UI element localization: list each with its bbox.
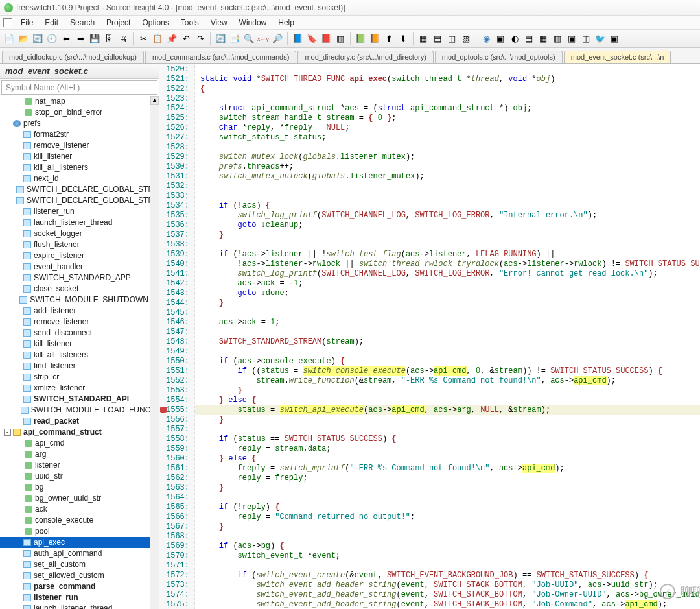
symbol-list[interactable]: nat_mapstop_on_bind_errorprefsformat2str…	[0, 96, 159, 609]
symbol-item[interactable]: bg_owner_uuid_str	[0, 493, 159, 504]
findnext-icon[interactable]: 🔎	[271, 32, 284, 45]
history-icon[interactable]: 🕘	[45, 32, 58, 45]
code-line[interactable]	[200, 182, 700, 191]
symbol-item[interactable]: kill_listener	[0, 151, 159, 162]
back-icon[interactable]: ⬅	[60, 32, 73, 45]
panel7-icon[interactable]: ▣	[565, 32, 578, 45]
menu-file[interactable]: File	[15, 17, 39, 29]
symbol-item[interactable]: read_packet	[0, 416, 159, 427]
saveall-icon[interactable]: 🗄	[102, 32, 115, 45]
symbol-item[interactable]: listener	[0, 460, 159, 471]
panel6-icon[interactable]: ▥	[551, 32, 564, 45]
code-line[interactable]	[200, 493, 700, 503]
code-area[interactable]: static void *SWITCH_THREAD_FUNC api_exec…	[195, 64, 700, 609]
symbol-search-input[interactable]: Symbol Name (Alt+L)	[1, 80, 158, 95]
reload-icon[interactable]: 🔄	[31, 32, 44, 45]
new-icon[interactable]: 📄	[3, 32, 16, 45]
expand-icon[interactable]: -	[4, 429, 11, 436]
code-line[interactable]	[200, 191, 700, 201]
code-line[interactable]: reply = "Command returned no output!";	[200, 512, 700, 522]
code-line[interactable]: status = switch_api_execute(acs->api_cmd…	[195, 405, 700, 415]
symbol-item[interactable]: SWITCH_STANDARD_APP	[0, 272, 159, 283]
code-line[interactable]: prefs.threads++;	[200, 162, 700, 172]
code-line[interactable]	[200, 561, 700, 571]
relation-icon[interactable]: 📙	[368, 32, 381, 45]
browse-icon[interactable]: 📘	[291, 32, 304, 45]
symbol-item[interactable]: bg	[0, 482, 159, 493]
panel5-icon[interactable]: ▦	[537, 32, 550, 45]
symbol-item[interactable]: kill_all_listeners	[0, 350, 159, 361]
symbol-item[interactable]: strip_cr	[0, 372, 159, 383]
file-tab[interactable]: mod_event_socket.c (src\...\n	[564, 51, 671, 63]
code-line[interactable]: }	[200, 230, 700, 240]
panel8-icon[interactable]: ◫	[579, 32, 592, 45]
code-line[interactable]: switch_event_add_header_string(event, SW…	[200, 590, 700, 600]
code-line[interactable]: static void *SWITCH_THREAD_FUNC api_exec…	[200, 75, 700, 84]
undo-icon[interactable]: ↶	[180, 32, 192, 45]
menu-options[interactable]: Options	[136, 17, 174, 29]
menubar[interactable]: FileEditSearchProjectOptionsToolsViewWin…	[0, 16, 700, 30]
symbol-item[interactable]: close_socket	[0, 283, 159, 294]
symbol-item[interactable]: uuid_str	[0, 471, 159, 482]
symbol-item[interactable]: expire_listener	[0, 250, 159, 261]
code-line[interactable]: switch_event_add_header_string(event, SW…	[200, 580, 700, 590]
code-line[interactable]	[200, 328, 700, 337]
file-tab[interactable]: mod_dptools.c (src\...\mod_dptools)	[435, 51, 563, 63]
code-line[interactable]	[200, 532, 700, 542]
save-icon[interactable]: 💾	[88, 32, 101, 45]
symbol-item[interactable]: remove_listener	[0, 140, 159, 151]
menu-window[interactable]: Window	[233, 17, 273, 29]
bookmark2-icon[interactable]: 📕	[320, 32, 332, 45]
code-line[interactable]: goto ↓done;	[200, 289, 700, 298]
symbol-item[interactable]: prefs	[0, 118, 159, 129]
panel3-icon[interactable]: ◐	[508, 32, 521, 45]
replace-icon[interactable]: x←y	[257, 32, 270, 45]
symbol-item[interactable]: listener_run	[0, 592, 159, 603]
code-line[interactable]: stream.write_function(&stream, "-ERR %s …	[200, 376, 700, 386]
code-line[interactable]	[200, 347, 700, 357]
code-line[interactable]: }	[200, 522, 700, 532]
symbol-item[interactable]: launch_listener_thread	[0, 217, 159, 228]
menu-project[interactable]: Project	[100, 17, 136, 29]
code-line[interactable]: switch_log_printf(SWITCH_CHANNEL_LOG, SW…	[200, 211, 700, 221]
code-line[interactable]: !acs->listener->rwlock || switch_thread_…	[200, 259, 700, 269]
code-line[interactable]: char *reply, *freply = NULL;	[200, 123, 700, 133]
forward-icon[interactable]: ➡	[74, 32, 87, 45]
code-line[interactable]: if (!acs) {	[200, 201, 700, 211]
code-line[interactable]: }	[200, 415, 700, 425]
code-line[interactable]	[200, 308, 700, 318]
sync-icon[interactable]: 🔄	[214, 32, 227, 45]
symbol-item[interactable]: SWITCH_STANDARD_API	[0, 394, 159, 405]
symbol-item[interactable]: -api_command_struct	[0, 427, 159, 438]
code-line[interactable]: goto ↓cleanup;	[200, 221, 700, 230]
code-line[interactable]: if (switch_event_create(&event, SWITCH_E…	[200, 571, 700, 580]
menu-help[interactable]: Help	[272, 17, 300, 29]
file-tab[interactable]: mod_directory.c (src\...\mod_directory)	[298, 51, 433, 63]
symbol-item[interactable]: kill_listener	[0, 339, 159, 350]
find-icon[interactable]: 🔍	[242, 32, 255, 45]
menu-tools[interactable]: Tools	[175, 17, 205, 29]
symbol-item[interactable]: xmlize_listener	[0, 383, 159, 394]
symbol-item[interactable]: set_allowed_custom	[0, 570, 159, 581]
symbol-item[interactable]: pool	[0, 526, 159, 537]
code-line[interactable]: if (acs->console_execute) {	[200, 357, 700, 366]
paste-icon[interactable]: 📌	[165, 32, 178, 45]
code-line[interactable]	[200, 425, 700, 435]
code-line[interactable]: reply = stream.data;	[200, 444, 700, 454]
panel9-icon[interactable]: ▣	[608, 32, 621, 45]
code-line[interactable]	[200, 240, 700, 250]
win3-icon[interactable]: ◫	[445, 32, 458, 45]
code-line[interactable]: struct api_command_struct *acs = (struct…	[200, 104, 700, 113]
add-file-icon[interactable]: 📑	[228, 32, 241, 45]
redo-icon[interactable]: ↷	[194, 32, 207, 45]
code-line[interactable]: switch_event_add_header_string(event, SW…	[200, 600, 700, 609]
panel1-icon[interactable]: ◉	[480, 32, 493, 45]
symbol-item[interactable]: remove_listener	[0, 316, 159, 328]
code-line[interactable]: if (status == SWITCH_STATUS_SUCCESS) {	[200, 435, 700, 444]
code-line[interactable]: if ((status = switch_console_execute(acs…	[200, 366, 700, 376]
symbol-item[interactable]: api_exec	[0, 537, 159, 548]
code-line[interactable]: }	[200, 483, 700, 493]
code-line[interactable]	[200, 94, 700, 104]
code-line[interactable]: switch_event_t *event;	[200, 551, 700, 561]
menu-view[interactable]: View	[205, 17, 233, 29]
